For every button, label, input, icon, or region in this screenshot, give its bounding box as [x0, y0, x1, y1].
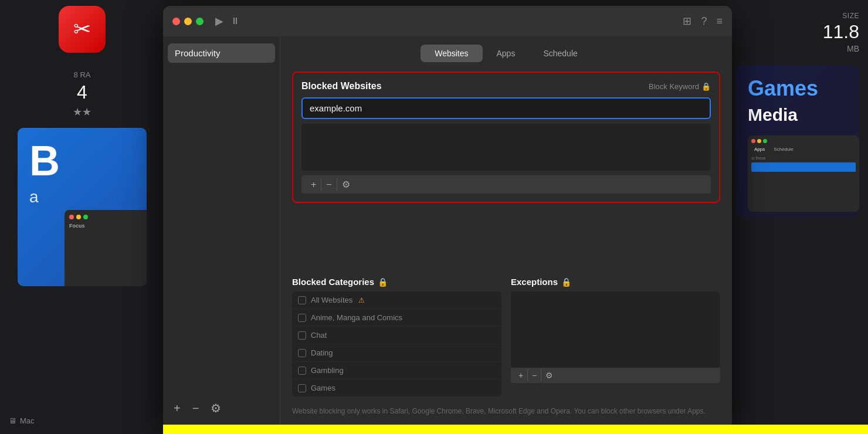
riw-tabs: Apps Schedule	[751, 145, 856, 153]
categories-title: Blocked Categories	[292, 277, 374, 287]
lower-panels: Blocked Categories 🔒 All Websites ⚠ Anim…	[280, 277, 732, 406]
categories-list: All Websites ⚠ Anime, Manga and Comics C…	[292, 291, 501, 396]
exceptions-toolbar: + − ⚙	[511, 368, 720, 383]
riw-blue-bar	[751, 162, 856, 172]
preview-left-letter: B	[29, 140, 60, 182]
riw-tab-schedule: Schedule	[771, 145, 796, 153]
focus-preview-label: Focus	[69, 223, 147, 229]
tl-maximize[interactable]	[196, 18, 204, 25]
website-input[interactable]	[301, 97, 711, 119]
exceptions-lock-icon: 🔒	[561, 277, 571, 287]
category-gambling: Gambling	[292, 362, 501, 379]
checkbox-chat[interactable]	[298, 331, 306, 340]
riw-exceptions-text: st these	[751, 156, 856, 160]
exceptions-title: Exceptions	[511, 277, 558, 287]
blocked-categories-panel: Blocked Categories 🔒 All Websites ⚠ Anim…	[292, 277, 501, 396]
preview-right: Games Media Apps Schedule st these	[736, 65, 859, 218]
category-dating: Dating	[292, 344, 501, 362]
categories-lock-icon: 🔒	[378, 277, 388, 287]
window-body: Productivity + − ⚙ Websites Apps Schedul…	[163, 36, 732, 428]
left-panel: ✂ 8 RA 4 ★★ B a Focus 🖥 Mac	[0, 0, 164, 434]
right-panel: SIZE 11.8 MB Games Media Apps Schedule s…	[727, 0, 868, 434]
tl-minimize[interactable]	[184, 18, 192, 25]
size-label: SIZE	[736, 12, 859, 20]
add-website-button[interactable]: +	[306, 178, 321, 191]
rating-number: 4	[77, 82, 87, 103]
blocked-websites-title: Blocked Websites	[301, 81, 382, 91]
main-window: ▶ ⏸ ⊞ ? ≡ Productivity + − ⚙ Websites	[163, 6, 732, 428]
traffic-lights	[172, 18, 204, 25]
category-dating-label: Dating	[311, 348, 333, 357]
checkbox-gambling[interactable]	[298, 367, 306, 375]
checkbox-all-websites[interactable]	[298, 296, 306, 304]
stars: ★★	[73, 106, 91, 118]
app-icon: ✂	[59, 6, 106, 53]
checkbox-dating[interactable]	[298, 349, 306, 357]
sidebar-item-productivity[interactable]: Productivity	[168, 43, 275, 63]
tl-close[interactable]	[172, 18, 180, 25]
website-gear-button[interactable]: ⚙	[337, 178, 355, 191]
mac-text: Mac	[20, 416, 35, 425]
pause-button[interactable]: ⏸	[230, 16, 240, 26]
blocked-websites-header: Blocked Websites Block Keyword 🔒	[301, 81, 711, 91]
add-exception-button[interactable]: +	[514, 369, 528, 381]
keyword-lock-icon: 🔒	[701, 82, 711, 91]
app-icon-area: ✂	[59, 6, 106, 53]
play-button[interactable]: ▶	[215, 15, 223, 28]
tab-schedule[interactable]: Schedule	[529, 45, 591, 62]
fp-dot-green	[83, 215, 88, 219]
preview-right-games: Games	[748, 77, 847, 100]
checkbox-games[interactable]	[298, 384, 306, 392]
remove-exception-button[interactable]: −	[528, 369, 541, 381]
checkbox-anime[interactable]	[298, 314, 306, 322]
sidebar-remove-button[interactable]: −	[189, 401, 203, 416]
tab-websites[interactable]: Websites	[421, 45, 482, 62]
warning-all: ⚠	[358, 296, 365, 304]
menu-icon[interactable]: ≡	[716, 15, 723, 28]
sidebar: Productivity + − ⚙	[163, 36, 280, 428]
preview-right-media: Media	[748, 105, 847, 125]
window-icon[interactable]: ⊞	[683, 15, 691, 28]
exceptions-list	[511, 291, 720, 368]
websites-list	[301, 124, 711, 171]
category-anime-label: Anime, Manga and Comics	[311, 313, 402, 322]
remove-website-button[interactable]: −	[321, 178, 337, 191]
blocked-websites-panel: Blocked Websites Block Keyword 🔒 + − ⚙	[292, 72, 720, 203]
exceptions-gear-button[interactable]: ⚙	[541, 369, 557, 381]
ratings-label: 8 RA	[74, 70, 91, 79]
exceptions-panel: Exceptions 🔒 + − ⚙	[511, 277, 720, 396]
focus-preview-titlebar	[69, 215, 147, 219]
category-chat-label: Chat	[311, 331, 327, 340]
size-value: 11.8	[736, 21, 859, 43]
exceptions-header: Exceptions 🔒	[511, 277, 720, 287]
mac-icon: 🖥	[9, 416, 16, 425]
main-content: Websites Apps Schedule Blocked Websites …	[280, 36, 732, 428]
sidebar-add-button[interactable]: +	[170, 401, 184, 416]
yellow-bar	[163, 425, 868, 434]
preview-left: B a Focus	[18, 128, 147, 286]
mac-label: 🖥 Mac	[9, 416, 35, 425]
fp-dot-red	[69, 215, 74, 219]
riw-dot-red	[751, 139, 755, 143]
content-area: Blocked Websites Block Keyword 🔒 + − ⚙	[280, 62, 732, 277]
block-keyword-label: Block Keyword 🔒	[649, 82, 711, 91]
tab-bar: Websites Apps Schedule	[280, 36, 732, 62]
sidebar-gear-button[interactable]: ⚙	[207, 400, 225, 416]
focus-preview-inner: Focus	[65, 210, 147, 286]
category-chat: Chat	[292, 327, 501, 344]
fp-dot-yellow	[76, 215, 81, 219]
categories-header: Blocked Categories 🔒	[292, 277, 501, 287]
riw-dot-yellow	[757, 139, 761, 143]
category-anime: Anime, Manga and Comics	[292, 309, 501, 327]
preview-left-sub: a	[29, 188, 39, 206]
help-icon[interactable]: ?	[701, 15, 707, 28]
category-all-label: All Websites	[311, 296, 352, 304]
right-inner-window: Apps Schedule st these	[748, 135, 859, 212]
titlebar: ▶ ⏸ ⊞ ? ≡	[163, 6, 732, 36]
riw-tab-apps: Apps	[751, 145, 768, 153]
category-gambling-label: Gambling	[311, 366, 344, 375]
tab-apps[interactable]: Apps	[483, 45, 530, 62]
websites-toolbar: + − ⚙	[301, 175, 711, 194]
size-unit: MB	[736, 44, 859, 53]
category-games: Games	[292, 379, 501, 396]
